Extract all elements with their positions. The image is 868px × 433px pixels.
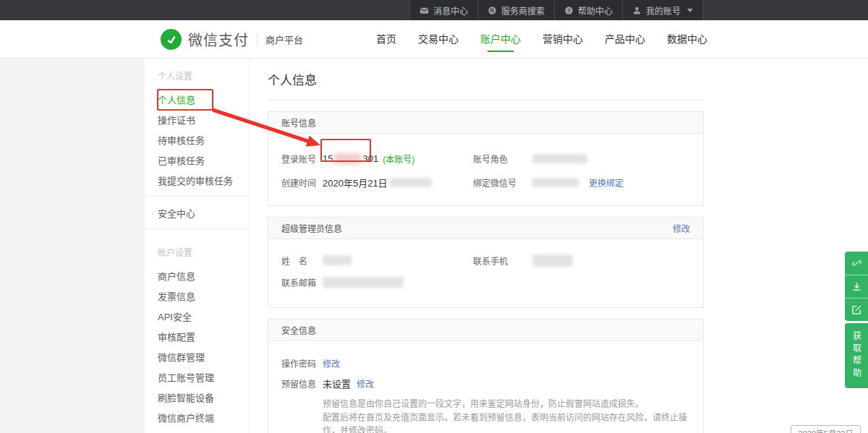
super-admin-panel: 超级管理员信息 修改 姓 名 联系手机 联系邮箱	[268, 217, 704, 308]
name-label: 姓 名	[281, 254, 323, 267]
sidebar-divider	[145, 228, 249, 229]
security-info-panel: 安全信息 操作密码 修改 预留信息 未设置 修改 预留信息是由你自己设置的一段文…	[268, 319, 704, 433]
login-account-redacted	[334, 153, 361, 164]
login-account-value: 15 301	[323, 153, 378, 164]
admin-edit-link[interactable]: 修改	[673, 222, 690, 234]
sidebar-item-wechat-group-management[interactable]: 微信群管理	[145, 346, 249, 366]
bound-wechat-label: 绑定微信号	[473, 176, 532, 189]
sidebar-item-staff-account-management[interactable]: 员工账号管理	[145, 366, 249, 387]
topbar-item-provider-search[interactable]: 服务商搜索	[478, 0, 555, 20]
sidebar-item-my-submitted-review-tasks[interactable]: 我提交的审核任务	[145, 170, 249, 190]
topbar-item-label: 帮助中心	[578, 4, 613, 17]
portal-name: 商户平台	[265, 33, 303, 46]
panel-title: 账号信息	[281, 116, 316, 129]
sidebar-item-pending-review-tasks[interactable]: 待审核任务	[145, 129, 249, 150]
current-account-note: (本账号)	[383, 153, 414, 165]
sidebar-item-invoice-info[interactable]: 发票信息	[145, 286, 249, 306]
sidebar: 个人设置 个人信息 操作证书 待审核任务 已审核任务 我提交的审核任务 安全中心…	[145, 59, 250, 433]
reserved-info-label: 预留信息	[281, 377, 323, 390]
account-info-panel-header: 账号信息	[268, 112, 703, 134]
share-link-button[interactable]	[845, 252, 868, 275]
sidebar-item-security-center[interactable]: 安全中心	[145, 202, 249, 223]
note-line: 配置后将在首页及充值页面显示。若未看到预留信息，表明当前访问的网站存在风险，请终…	[323, 411, 690, 433]
sidebar-item-wechat-merchant-terminal[interactable]: 微信商户终端	[145, 407, 249, 427]
nav-item-data-center[interactable]: 数据中心	[667, 20, 707, 59]
help-icon: ?	[564, 6, 574, 15]
topbar-item-my-account[interactable]: 我的账号	[623, 0, 703, 20]
rebind-link[interactable]: 更换绑定	[589, 176, 624, 189]
topbar-item-label: 我的账号	[646, 4, 681, 17]
mail-icon	[420, 6, 429, 15]
page-title: 个人信息	[268, 70, 704, 88]
nav-item-account-center[interactable]: 账户中心	[480, 20, 521, 59]
download-icon	[851, 281, 862, 292]
nav-item-marketing-center[interactable]: 营销中心	[542, 20, 583, 59]
created-time-value: 2020年5月21日	[323, 176, 432, 189]
top-utility-bar: 消息中心 服务商搜索 ? 帮助中心 我的账号	[0, 0, 868, 20]
sidebar-item-face-smart-device[interactable]: 刷脸智能设备	[145, 387, 249, 407]
security-info-panel-header: 安全信息	[268, 320, 703, 341]
sidebar-item-api-security[interactable]: API安全	[145, 306, 249, 326]
topbar-item-message-center[interactable]: 消息中心	[409, 0, 478, 20]
primary-nav: 首页 交易中心 账户中心 营销中心 产品中心 数据中心	[376, 20, 707, 59]
sidebar-item-review-config[interactable]: 审核配置	[145, 326, 249, 346]
contact-email-redacted	[323, 277, 404, 288]
created-time-label: 创建时间	[281, 176, 323, 189]
left-gutter	[0, 59, 145, 433]
floating-help-widget: 获取帮助	[845, 252, 868, 388]
contact-phone-label: 联系手机	[473, 254, 532, 267]
account-info-panel: 账号信息 登录账号 15 301 (本账号) 账号角色	[268, 111, 704, 206]
nav-item-transaction-center[interactable]: 交易中心	[418, 20, 459, 59]
sidebar-item-personal-info[interactable]: 个人信息	[145, 89, 249, 109]
top-utility-menu: 消息中心 服务商搜索 ? 帮助中心 我的账号	[409, 0, 703, 20]
title-divider	[268, 100, 704, 100]
sidebar-section-account-settings: 账户设置	[145, 235, 249, 265]
topbar-item-label: 服务商搜索	[501, 4, 545, 17]
login-account-label: 登录账号	[281, 153, 323, 165]
sidebar-section-personal-settings: 个人设置	[145, 59, 249, 89]
feedback-button[interactable]	[845, 298, 868, 321]
reserved-info-edit-link[interactable]: 修改	[357, 377, 374, 390]
panel-title: 超级管理员信息	[281, 222, 342, 234]
merchant-platform-screen: 消息中心 服务商搜索 ? 帮助中心 我的账号 微信支付 商户	[0, 0, 868, 433]
search-icon	[488, 6, 497, 15]
nav-item-home[interactable]: 首页	[376, 20, 396, 59]
account-role-label: 账号角色	[473, 153, 532, 165]
super-admin-panel-header: 超级管理员信息 修改	[268, 218, 703, 239]
main-content: 个人信息 账号信息 登录账号 15 301 (本账号)	[268, 59, 704, 433]
get-help-label: 获取帮助	[851, 331, 863, 380]
topbar-item-help-center[interactable]: ? 帮助中心	[555, 0, 623, 20]
brand-divider	[257, 34, 258, 46]
sidebar-item-operation-certificate[interactable]: 操作证书	[145, 109, 249, 129]
created-time-redacted	[390, 178, 432, 187]
edit-icon	[851, 304, 862, 315]
topbar-item-label: 消息中心	[433, 4, 468, 17]
reserved-info-value: 未设置	[323, 377, 351, 390]
brand-name: 微信支付	[188, 29, 249, 50]
note-line: 预留信息是由你自己设置的一段文字，用来鉴定网站身份，防止假冒网站造成损失。	[323, 398, 690, 411]
get-help-button[interactable]: 获取帮助	[845, 323, 868, 388]
sidebar-item-reviewed-tasks[interactable]: 已审核任务	[145, 150, 249, 170]
operation-password-label: 操作密码	[281, 357, 323, 369]
user-icon	[632, 6, 642, 15]
contact-phone-redacted	[532, 254, 573, 267]
wechat-pay-logo	[161, 29, 182, 50]
download-button[interactable]	[845, 275, 868, 298]
panel-title: 安全信息	[281, 324, 316, 336]
account-role-redacted	[532, 154, 587, 163]
operation-password-edit-link[interactable]: 修改	[323, 357, 340, 369]
date-tooltip: 2020年5月22日	[791, 425, 861, 433]
site-header: 微信支付 商户平台 首页 交易中心 账户中心 营销中心 产品中心 数据中心	[0, 20, 868, 59]
contact-email-label: 联系邮箱	[281, 276, 323, 288]
link-icon	[851, 258, 862, 269]
nav-item-product-center[interactable]: 产品中心	[605, 20, 645, 59]
sidebar-divider	[145, 196, 249, 197]
svg-text:?: ?	[567, 7, 571, 14]
brand-block[interactable]: 微信支付 商户平台	[161, 20, 303, 59]
reserved-info-notes: 预留信息是由你自己设置的一段文字，用来鉴定网站身份，防止假冒网站造成损失。 配置…	[323, 398, 690, 433]
bound-wechat-redacted	[532, 178, 579, 187]
name-redacted	[323, 255, 352, 265]
caret-down-icon	[687, 9, 693, 12]
sidebar-item-merchant-info[interactable]: 商户信息	[145, 265, 249, 286]
